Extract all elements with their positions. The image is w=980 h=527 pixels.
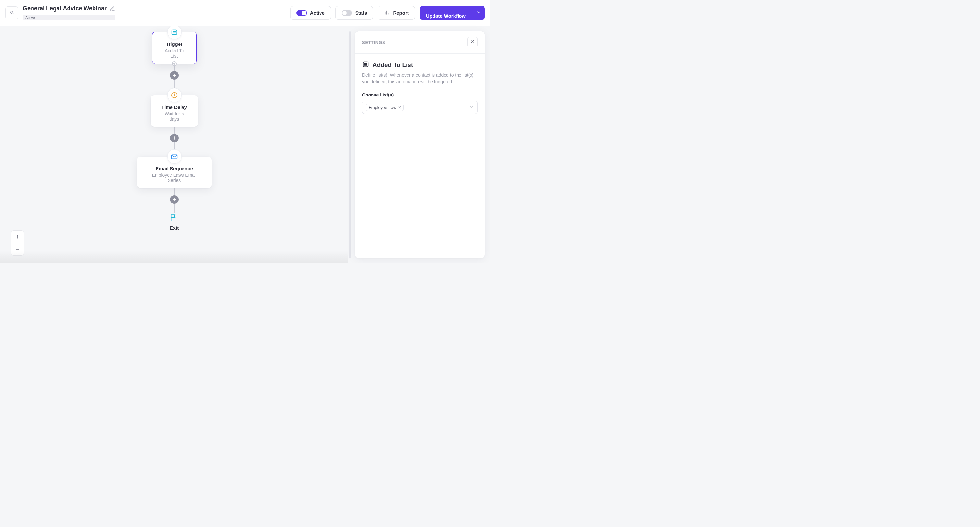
- node-subtitle: Wait for 5 days: [160, 111, 189, 121]
- node-subtitle: Added To List: [161, 48, 187, 59]
- mail-icon: [167, 150, 181, 164]
- app-header: General Legal Advice Webinar Active Acti…: [0, 0, 490, 26]
- add-step-button[interactable]: [170, 195, 178, 204]
- stats-toggle-label: Stats: [355, 10, 367, 16]
- update-workflow-dropdown[interactable]: [472, 6, 485, 20]
- chevron-double-left-icon: [9, 10, 14, 17]
- update-workflow-split-button: Update Workflow: [420, 6, 485, 20]
- edit-title-button[interactable]: [110, 6, 115, 11]
- zoom-controls: [11, 230, 24, 256]
- report-button-label: Report: [393, 10, 409, 16]
- chevron-down-icon: [476, 10, 481, 16]
- bar-chart-icon: [384, 10, 390, 16]
- clock-icon: [167, 88, 181, 102]
- add-step-button[interactable]: [170, 134, 178, 142]
- list-multiselect[interactable]: Employee Law ✕: [362, 101, 478, 114]
- settings-panel: SETTINGS Added To List Define list(s). W…: [355, 31, 485, 258]
- workflow-exit: Exit: [170, 214, 179, 231]
- selected-list-chip: Employee Law ✕: [366, 104, 404, 111]
- section-title: Added To List: [372, 61, 413, 69]
- flag-icon: [170, 214, 178, 223]
- section-description: Define list(s). Whenever a contact is ad…: [362, 72, 478, 85]
- connector-line: [174, 204, 175, 214]
- active-toggle-label: Active: [310, 10, 325, 16]
- list-icon: [362, 61, 369, 69]
- chevron-down-icon: [469, 104, 474, 110]
- page-title: General Legal Advice Webinar: [23, 5, 107, 12]
- connector-line: [174, 188, 175, 195]
- zoom-out-button[interactable]: [11, 243, 24, 256]
- active-toggle[interactable]: Active: [290, 6, 331, 20]
- node-title: Time Delay: [160, 104, 189, 110]
- close-icon: [470, 39, 475, 45]
- exit-label: Exit: [170, 225, 179, 231]
- connector-line: [174, 127, 175, 134]
- chip-label: Employee Law: [369, 105, 396, 110]
- zoom-in-button[interactable]: [11, 231, 24, 243]
- remove-chip-button[interactable]: ✕: [398, 105, 401, 110]
- add-step-button[interactable]: [170, 71, 178, 80]
- node-title: Email Sequence: [146, 166, 203, 171]
- stats-toggle[interactable]: Stats: [336, 6, 374, 20]
- status-badge: Active: [23, 14, 115, 21]
- toggle-on-icon: [296, 10, 307, 16]
- workflow-node-email[interactable]: Email Sequence Employee Laws Email Serie…: [137, 157, 212, 188]
- workflow-canvas[interactable]: Trigger Added To List Time Delay Wait fo…: [0, 26, 348, 264]
- node-subtitle: Employee Laws Email Series: [146, 172, 203, 183]
- workflow-node-trigger[interactable]: Trigger Added To List: [152, 32, 197, 64]
- field-label: Choose List(s): [362, 92, 478, 97]
- node-title: Trigger: [161, 41, 187, 47]
- canvas-scrollbar[interactable]: [348, 31, 352, 258]
- title-block: General Legal Advice Webinar Active: [23, 5, 115, 21]
- connector-dot-icon: [172, 61, 177, 66]
- list-icon: [167, 26, 181, 39]
- report-button[interactable]: Report: [378, 6, 415, 20]
- panel-title: SETTINGS: [362, 40, 385, 45]
- toggle-off-icon: [342, 10, 352, 16]
- workflow-node-delay[interactable]: Time Delay Wait for 5 days: [151, 95, 198, 127]
- close-panel-button[interactable]: [467, 37, 478, 48]
- collapse-sidebar-button[interactable]: [5, 6, 18, 19]
